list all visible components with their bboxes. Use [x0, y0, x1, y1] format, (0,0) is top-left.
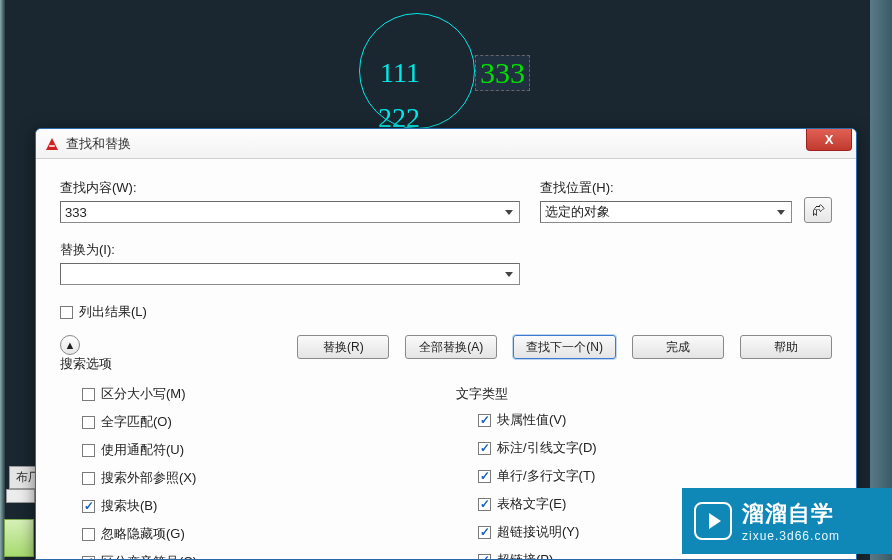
left-edge — [0, 0, 5, 560]
replace-button-label: 替换(R) — [323, 339, 364, 356]
whole-word-label: 全字匹配(O) — [101, 413, 172, 431]
xrefs-label: 搜索外部参照(X) — [101, 469, 196, 487]
dim-leader-label: 标注/引线文字(D) — [497, 439, 597, 457]
diacritics-checkbox[interactable] — [82, 556, 95, 561]
play-icon — [694, 502, 732, 540]
location-value: 选定的对象 — [545, 203, 775, 221]
dropdown-icon — [777, 210, 785, 215]
table-checkbox[interactable] — [478, 498, 491, 511]
location-select[interactable]: 选定的对象 — [540, 201, 792, 223]
match-case-checkbox[interactable] — [82, 388, 95, 401]
replace-input[interactable] — [60, 263, 520, 285]
close-button[interactable]: X — [806, 129, 852, 151]
find-value: 333 — [65, 205, 503, 220]
search-options-group: 区分大小写(M) 全字匹配(O) 使用通配符(U) 搜索外部参照(X) 搜索块(… — [60, 385, 436, 560]
dropdown-icon — [505, 272, 513, 277]
block-attr-label: 块属性值(V) — [497, 411, 566, 429]
layout-tab-blank[interactable] — [6, 489, 35, 503]
blocks-label: 搜索块(B) — [101, 497, 157, 515]
list-results-checkbox[interactable] — [60, 306, 73, 319]
hyperlink-desc-label: 超链接说明(Y) — [497, 523, 579, 541]
watermark-title: 溜溜自学 — [742, 499, 840, 529]
match-case-label: 区分大小写(M) — [101, 385, 186, 403]
find-input[interactable]: 333 — [60, 201, 520, 223]
replace-all-button[interactable]: 全部替换(A) — [405, 335, 497, 359]
select-icon: ⮳ — [812, 203, 825, 218]
whole-word-checkbox[interactable] — [82, 416, 95, 429]
help-button-label: 帮助 — [774, 339, 798, 356]
table-label: 表格文字(E) — [497, 495, 566, 513]
mtext-label: 单行/多行文字(T) — [497, 467, 595, 485]
select-objects-button[interactable]: ⮳ — [804, 197, 832, 223]
dropdown-icon — [505, 210, 513, 215]
drawing-text-3[interactable]: 333 — [475, 55, 530, 91]
wildcards-label: 使用通配符(U) — [101, 441, 184, 459]
titlebar[interactable]: 查找和替换 X — [36, 129, 856, 159]
diacritics-label: 区分变音符号(C) — [101, 553, 197, 560]
done-button-label: 完成 — [666, 339, 690, 356]
block-attr-checkbox[interactable] — [478, 414, 491, 427]
watermark: 溜溜自学 zixue.3d66.com — [682, 488, 892, 554]
close-icon: X — [825, 132, 834, 147]
replace-label: 替换为(I): — [60, 241, 520, 259]
status-area[interactable] — [4, 519, 34, 557]
help-button[interactable]: 帮助 — [740, 335, 832, 359]
list-results-label: 列出结果(L) — [79, 303, 147, 321]
right-edge[interactable] — [870, 0, 892, 560]
find-next-button[interactable]: 查找下一个(N) — [513, 335, 616, 359]
wildcards-checkbox[interactable] — [82, 444, 95, 457]
hyperlink-desc-checkbox[interactable] — [478, 526, 491, 539]
hidden-checkbox[interactable] — [82, 528, 95, 541]
drawing-text-1[interactable]: 111 — [380, 57, 420, 89]
blocks-checkbox[interactable] — [82, 500, 95, 513]
collapse-button[interactable]: ▲ — [60, 335, 80, 355]
hyperlink-checkbox[interactable] — [478, 554, 491, 561]
search-options-title: 搜索选项 — [60, 355, 112, 373]
chevron-up-icon: ▲ — [65, 339, 76, 351]
replace-all-button-label: 全部替换(A) — [419, 339, 483, 356]
watermark-url: zixue.3d66.com — [742, 529, 840, 543]
find-label: 查找内容(W): — [60, 179, 520, 197]
app-icon — [44, 136, 60, 152]
location-label: 查找位置(H): — [540, 179, 792, 197]
hidden-label: 忽略隐藏项(G) — [101, 525, 185, 543]
find-next-button-label: 查找下一个(N) — [526, 339, 603, 356]
replace-button[interactable]: 替换(R) — [297, 335, 389, 359]
hyperlink-label: 超链接(P) — [497, 551, 553, 560]
text-types-title: 文字类型 — [456, 385, 832, 403]
mtext-checkbox[interactable] — [478, 470, 491, 483]
done-button[interactable]: 完成 — [632, 335, 724, 359]
dialog-title: 查找和替换 — [66, 135, 131, 153]
dim-leader-checkbox[interactable] — [478, 442, 491, 455]
xrefs-checkbox[interactable] — [82, 472, 95, 485]
